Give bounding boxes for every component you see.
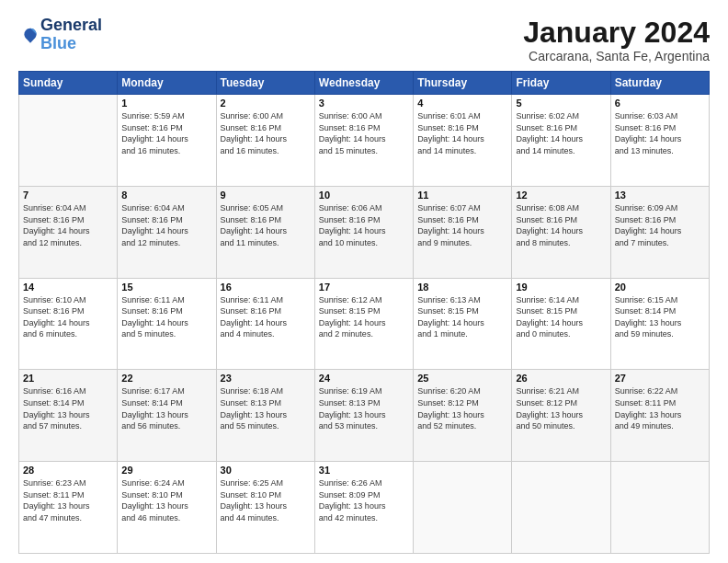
day-number: 23 [221,373,311,384]
calendar-cell [512,462,610,554]
day-number: 13 [615,190,705,201]
day-info: Sunrise: 6:08 AM Sunset: 8:16 PM Dayligh… [516,202,606,248]
calendar-title: January 2024 [523,17,710,49]
day-info: Sunrise: 6:00 AM Sunset: 8:16 PM Dayligh… [221,110,311,156]
day-info: Sunrise: 6:07 AM Sunset: 8:16 PM Dayligh… [417,202,507,248]
logo-name: GeneralBlue [40,17,102,53]
day-number: 19 [516,282,606,293]
calendar-cell: 27Sunrise: 6:22 AM Sunset: 8:11 PM Dayli… [610,370,709,462]
day-info: Sunrise: 6:14 AM Sunset: 8:15 PM Dayligh… [516,294,606,340]
calendar-table: SundayMondayTuesdayWednesdayThursdayFrid… [18,71,710,554]
calendar-cell: 5Sunrise: 6:02 AM Sunset: 8:16 PM Daylig… [512,95,610,187]
calendar-cell: 17Sunrise: 6:12 AM Sunset: 8:15 PM Dayli… [314,278,413,370]
day-info: Sunrise: 6:20 AM Sunset: 8:12 PM Dayligh… [417,385,507,431]
weekday-header: Saturday [610,72,709,95]
calendar-cell: 20Sunrise: 6:15 AM Sunset: 8:14 PM Dayli… [610,278,709,370]
calendar-week-row: 21Sunrise: 6:16 AM Sunset: 8:14 PM Dayli… [19,370,710,462]
day-number: 16 [221,282,311,293]
calendar-page: GeneralBlue January 2024 Carcarana, Sant… [0,0,728,563]
day-info: Sunrise: 6:06 AM Sunset: 8:16 PM Dayligh… [319,202,409,248]
day-info: Sunrise: 6:03 AM Sunset: 8:16 PM Dayligh… [615,110,705,156]
calendar-cell: 4Sunrise: 6:01 AM Sunset: 8:16 PM Daylig… [414,95,512,187]
calendar-week-row: 1Sunrise: 5:59 AM Sunset: 8:16 PM Daylig… [19,95,710,187]
day-info: Sunrise: 6:10 AM Sunset: 8:16 PM Dayligh… [23,294,113,340]
day-number: 24 [319,373,409,384]
weekday-header: Friday [512,72,610,95]
calendar-cell [610,462,709,554]
calendar-cell: 14Sunrise: 6:10 AM Sunset: 8:16 PM Dayli… [19,278,118,370]
day-info: Sunrise: 6:13 AM Sunset: 8:15 PM Dayligh… [417,294,507,340]
calendar-cell: 26Sunrise: 6:21 AM Sunset: 8:12 PM Dayli… [512,370,610,462]
day-number: 18 [417,282,507,293]
day-info: Sunrise: 6:24 AM Sunset: 8:10 PM Dayligh… [121,477,211,523]
day-info: Sunrise: 6:09 AM Sunset: 8:16 PM Dayligh… [615,202,705,248]
calendar-cell: 28Sunrise: 6:23 AM Sunset: 8:11 PM Dayli… [19,462,118,554]
weekday-header-row: SundayMondayTuesdayWednesdayThursdayFrid… [19,72,710,95]
weekday-header: Wednesday [314,72,413,95]
calendar-cell: 21Sunrise: 6:16 AM Sunset: 8:14 PM Dayli… [19,370,118,462]
day-number: 25 [417,373,507,384]
calendar-cell: 10Sunrise: 6:06 AM Sunset: 8:16 PM Dayli… [314,186,413,278]
calendar-cell: 6Sunrise: 6:03 AM Sunset: 8:16 PM Daylig… [610,95,709,187]
calendar-cell: 23Sunrise: 6:18 AM Sunset: 8:13 PM Dayli… [216,370,314,462]
day-info: Sunrise: 6:23 AM Sunset: 8:11 PM Dayligh… [23,477,113,523]
logo: GeneralBlue [18,17,102,53]
calendar-cell: 15Sunrise: 6:11 AM Sunset: 8:16 PM Dayli… [118,278,216,370]
calendar-cell: 12Sunrise: 6:08 AM Sunset: 8:16 PM Dayli… [512,186,610,278]
calendar-cell: 19Sunrise: 6:14 AM Sunset: 8:15 PM Dayli… [512,278,610,370]
calendar-cell: 16Sunrise: 6:11 AM Sunset: 8:16 PM Dayli… [216,278,314,370]
day-info: Sunrise: 6:18 AM Sunset: 8:13 PM Dayligh… [221,385,311,431]
calendar-cell: 29Sunrise: 6:24 AM Sunset: 8:10 PM Dayli… [118,462,216,554]
calendar-cell: 31Sunrise: 6:26 AM Sunset: 8:09 PM Dayli… [314,462,413,554]
day-number: 4 [417,98,507,109]
day-number: 29 [121,465,211,476]
day-info: Sunrise: 6:11 AM Sunset: 8:16 PM Dayligh… [221,294,311,340]
day-number: 22 [121,373,211,384]
calendar-subtitle: Carcarana, Santa Fe, Argentina [523,49,710,63]
day-info: Sunrise: 6:25 AM Sunset: 8:10 PM Dayligh… [221,477,311,523]
day-number: 14 [23,282,113,293]
calendar-cell [19,95,118,187]
day-number: 26 [516,373,606,384]
day-number: 21 [23,373,113,384]
day-number: 1 [121,98,211,109]
calendar-cell: 24Sunrise: 6:19 AM Sunset: 8:13 PM Dayli… [314,370,413,462]
logo-icon [20,25,40,45]
calendar-cell: 18Sunrise: 6:13 AM Sunset: 8:15 PM Dayli… [414,278,512,370]
day-info: Sunrise: 6:04 AM Sunset: 8:16 PM Dayligh… [23,202,113,248]
calendar-cell: 22Sunrise: 6:17 AM Sunset: 8:14 PM Dayli… [118,370,216,462]
calendar-cell: 11Sunrise: 6:07 AM Sunset: 8:16 PM Dayli… [414,186,512,278]
day-number: 28 [23,465,113,476]
day-info: Sunrise: 6:01 AM Sunset: 8:16 PM Dayligh… [417,110,507,156]
calendar-cell: 2Sunrise: 6:00 AM Sunset: 8:16 PM Daylig… [216,95,314,187]
title-block: January 2024 Carcarana, Santa Fe, Argent… [523,17,710,63]
day-number: 5 [516,98,606,109]
day-info: Sunrise: 6:11 AM Sunset: 8:16 PM Dayligh… [121,294,211,340]
calendar-cell: 7Sunrise: 6:04 AM Sunset: 8:16 PM Daylig… [19,186,118,278]
day-info: Sunrise: 6:19 AM Sunset: 8:13 PM Dayligh… [319,385,409,431]
calendar-cell: 25Sunrise: 6:20 AM Sunset: 8:12 PM Dayli… [414,370,512,462]
weekday-header: Sunday [19,72,118,95]
weekday-header: Tuesday [216,72,314,95]
calendar-week-row: 7Sunrise: 6:04 AM Sunset: 8:16 PM Daylig… [19,186,710,278]
day-number: 17 [319,282,409,293]
day-number: 12 [516,190,606,201]
calendar-week-row: 14Sunrise: 6:10 AM Sunset: 8:16 PM Dayli… [19,278,710,370]
day-number: 27 [615,373,705,384]
day-number: 31 [319,465,409,476]
day-number: 20 [615,282,705,293]
calendar-cell: 13Sunrise: 6:09 AM Sunset: 8:16 PM Dayli… [610,186,709,278]
weekday-header: Thursday [414,72,512,95]
day-info: Sunrise: 6:02 AM Sunset: 8:16 PM Dayligh… [516,110,606,156]
day-info: Sunrise: 6:17 AM Sunset: 8:14 PM Dayligh… [121,385,211,431]
day-number: 30 [221,465,311,476]
day-info: Sunrise: 6:21 AM Sunset: 8:12 PM Dayligh… [516,385,606,431]
calendar-cell: 30Sunrise: 6:25 AM Sunset: 8:10 PM Dayli… [216,462,314,554]
day-number: 8 [121,190,211,201]
day-number: 3 [319,98,409,109]
calendar-week-row: 28Sunrise: 6:23 AM Sunset: 8:11 PM Dayli… [19,462,710,554]
calendar-cell: 1Sunrise: 5:59 AM Sunset: 8:16 PM Daylig… [118,95,216,187]
day-info: Sunrise: 6:26 AM Sunset: 8:09 PM Dayligh… [319,477,409,523]
day-info: Sunrise: 6:00 AM Sunset: 8:16 PM Dayligh… [319,110,409,156]
day-number: 15 [121,282,211,293]
